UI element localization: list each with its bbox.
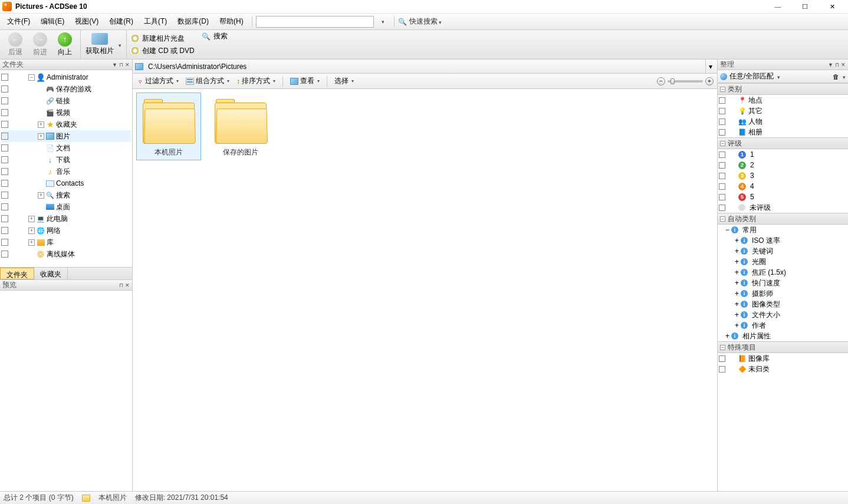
checkbox[interactable] xyxy=(1,74,8,81)
chevron-down-icon[interactable] xyxy=(776,73,780,81)
tab-favorites[interactable]: 收藏夹 xyxy=(34,268,68,279)
checkbox[interactable] xyxy=(719,355,725,362)
expand-icon[interactable]: + xyxy=(38,121,44,128)
auto-keywords[interactable]: +关键词 xyxy=(718,246,848,256)
path-dropdown[interactable]: ▾ xyxy=(705,60,715,73)
expand-icon[interactable]: + xyxy=(38,133,44,140)
tree-item-offline-media[interactable]: 离线媒体 xyxy=(1,248,131,260)
checkbox[interactable] xyxy=(719,162,725,169)
checkbox[interactable] xyxy=(1,192,8,199)
tree-item-videos[interactable]: 视频 xyxy=(1,107,131,118)
rating-4[interactable]: 44 xyxy=(718,181,848,192)
rating-none[interactable]: 未评级 xyxy=(718,202,848,213)
auto-photographer[interactable]: +摄影师 xyxy=(718,288,848,299)
quick-search-dropdown[interactable] xyxy=(376,15,389,28)
auto-photo-attrs[interactable]: +相片属性 xyxy=(718,331,848,341)
match-label[interactable]: 任意/全部匹配 xyxy=(729,71,774,81)
expand-icon[interactable]: + xyxy=(735,311,739,319)
auto-focal[interactable]: +焦距 (1.5x) xyxy=(718,267,848,278)
checkbox[interactable] xyxy=(719,129,725,136)
checkbox[interactable] xyxy=(1,239,8,246)
checkbox[interactable] xyxy=(719,366,725,373)
section-categories[interactable]: −类别 xyxy=(718,83,848,95)
checkbox[interactable] xyxy=(1,251,8,258)
checkbox[interactable] xyxy=(719,151,725,158)
sort-button[interactable]: 排序方式▾ xyxy=(234,75,278,87)
section-auto-categories[interactable]: −自动类别 xyxy=(718,213,848,225)
minimize-button[interactable]: — xyxy=(764,0,791,14)
zoom-out-button[interactable]: − xyxy=(657,77,665,85)
tree-item-documents[interactable]: 文档 xyxy=(1,142,131,154)
tree-item-desktop[interactable]: 桌面 xyxy=(1,201,131,213)
checkbox[interactable] xyxy=(719,205,725,211)
current-path[interactable]: C:\Users\Administrator\Pictures xyxy=(146,61,703,72)
zoom-thumb[interactable] xyxy=(670,78,675,84)
checkbox[interactable] xyxy=(1,85,8,93)
checkbox[interactable] xyxy=(719,194,725,200)
create-cd-button[interactable]: 创建 CD 或 DVD xyxy=(130,46,195,56)
checkbox[interactable] xyxy=(1,121,8,128)
expand-icon[interactable]: + xyxy=(28,228,35,234)
checkbox[interactable] xyxy=(1,203,8,210)
folder-item[interactable]: 保存的图片 xyxy=(208,93,273,160)
expand-icon[interactable]: + xyxy=(38,192,44,199)
expand-icon[interactable]: + xyxy=(735,279,739,287)
quick-search-button[interactable]: 快速搜索 xyxy=(398,17,442,27)
auto-common[interactable]: −常用 xyxy=(718,225,848,235)
auto-aperture[interactable]: +光圈 xyxy=(718,256,848,267)
menu-create[interactable]: 创建(R) xyxy=(104,14,138,29)
rating-2[interactable]: 22 xyxy=(718,160,848,170)
pane-dropdown-icon[interactable]: ▼ xyxy=(112,62,117,68)
checkbox[interactable] xyxy=(719,97,725,104)
special-unsorted[interactable]: 未归类 xyxy=(718,364,848,374)
tree-item-administrator[interactable]: −Administrator xyxy=(1,71,131,83)
menu-file[interactable]: 文件(F) xyxy=(2,14,35,29)
tree-item-search[interactable]: +搜索 xyxy=(1,189,131,201)
collapse-icon[interactable]: − xyxy=(28,74,35,81)
checkbox[interactable] xyxy=(1,109,8,116)
rating-5[interactable]: 55 xyxy=(718,192,848,202)
expand-icon[interactable]: + xyxy=(28,216,35,222)
zoom-in-button[interactable]: + xyxy=(705,77,714,85)
checkbox[interactable] xyxy=(1,227,8,234)
folder-item[interactable]: 本机照片 xyxy=(136,93,201,160)
expand-icon[interactable]: + xyxy=(735,321,739,330)
special-image-db[interactable]: 图像库 xyxy=(718,353,848,364)
checkbox[interactable] xyxy=(1,180,8,187)
pane-pin-icon[interactable]: ⊓ xyxy=(119,62,123,68)
new-photo-disc-button[interactable]: 新建相片光盘 xyxy=(130,34,195,44)
expand-icon[interactable]: + xyxy=(735,247,739,255)
section-special[interactable]: −特殊项目 xyxy=(718,341,848,353)
expand-icon[interactable]: + xyxy=(28,239,35,246)
search-button[interactable]: 搜索 xyxy=(202,31,228,41)
back-button[interactable]: ← 后退 xyxy=(5,32,26,57)
auto-shutter[interactable]: +快门速度 xyxy=(718,278,848,288)
collapse-icon[interactable]: − xyxy=(720,345,725,350)
category-misc[interactable]: 其它 xyxy=(718,106,848,116)
tree-item-downloads[interactable]: 下载 xyxy=(1,154,131,166)
pane-close-icon[interactable]: ✕ xyxy=(125,282,130,288)
rating-1[interactable]: 11 xyxy=(718,149,848,160)
tree-item-saved-games[interactable]: 保存的游戏 xyxy=(1,83,131,95)
pane-close-icon[interactable]: ✕ xyxy=(841,62,846,68)
expand-icon[interactable]: + xyxy=(725,332,729,340)
up-button[interactable]: ↑ 向上 xyxy=(54,32,75,57)
tab-folders[interactable]: 文件夹 xyxy=(0,268,34,279)
category-album[interactable]: 相册 xyxy=(718,127,848,137)
quick-search-input[interactable] xyxy=(256,16,374,28)
expand-icon[interactable]: + xyxy=(735,289,739,298)
auto-iso[interactable]: +ISO 速率 xyxy=(718,235,848,246)
thumbnail-area[interactable]: 本机照片 保存的图片 xyxy=(133,89,717,491)
checkbox[interactable] xyxy=(1,168,8,175)
checkbox[interactable] xyxy=(1,144,8,151)
collapse-icon[interactable]: − xyxy=(720,87,725,92)
folder-tree[interactable]: −Administrator 保存的游戏 链接 视频 +收藏夹 +图片 文档 下… xyxy=(0,70,132,267)
view-button[interactable]: 查看▾ xyxy=(288,75,322,87)
auto-file-size[interactable]: +文件大小 xyxy=(718,309,848,320)
select-button[interactable]: 选择▾ xyxy=(332,75,356,87)
tree-item-network[interactable]: +网络 xyxy=(1,225,131,236)
tree-item-links[interactable]: 链接 xyxy=(1,95,131,107)
tree-item-pictures[interactable]: +图片 xyxy=(1,130,131,142)
category-people[interactable]: 人物 xyxy=(718,116,848,127)
tree-item-libraries[interactable]: +库 xyxy=(1,236,131,248)
